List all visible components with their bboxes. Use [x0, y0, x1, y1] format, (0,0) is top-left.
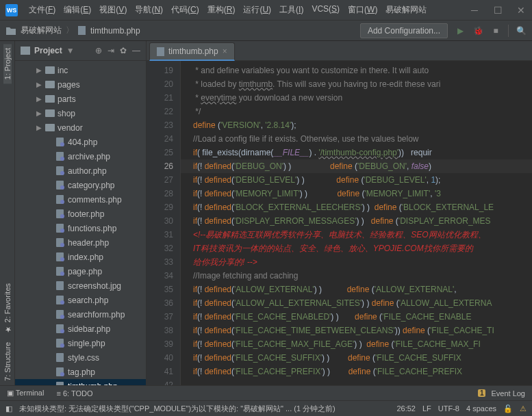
folder-icon	[21, 47, 30, 55]
menu-窗口(W)[interactable]: 窗口(W)	[344, 4, 381, 16]
file-icon	[56, 310, 64, 319]
hide-icon[interactable]: —	[132, 46, 140, 55]
tree-item-category.php[interactable]: category.php	[15, 178, 146, 192]
target-icon[interactable]: ⊕	[95, 46, 102, 55]
file-icon	[157, 47, 164, 56]
file-encoding[interactable]: UTF-8	[438, 404, 459, 413]
file-icon	[56, 296, 64, 304]
menu-导航(N)[interactable]: 导航(N)	[131, 4, 167, 16]
status-icon[interactable]: ◧	[5, 404, 12, 413]
breadcrumb-root[interactable]: 易破解网站	[21, 25, 62, 36]
file-icon	[56, 324, 64, 333]
lock-icon[interactable]: 🔓	[503, 404, 513, 413]
tree-item-sidebar.php[interactable]: sidebar.php	[15, 322, 146, 336]
inspector-icon[interactable]: ⚠	[520, 404, 527, 413]
tool-window-project[interactable]: 1: Project	[3, 44, 12, 83]
cursor-position[interactable]: 26:52	[396, 404, 416, 413]
file-icon	[56, 181, 64, 190]
tree-item-comments.php[interactable]: comments.php	[15, 192, 146, 207]
tree-item-search.php[interactable]: search.php	[15, 293, 146, 307]
gear-icon[interactable]: ✿	[120, 46, 127, 55]
tree-item-tag.php[interactable]: tag.php	[15, 365, 146, 379]
bottom-tool-strip: ▣ Terminal ≡ 6: TODO 1 Event Log	[0, 385, 532, 400]
close-tab-icon[interactable]: ×	[223, 47, 227, 56]
tool-window-structure[interactable]: 7: Structure	[3, 338, 12, 385]
file-icon	[56, 152, 64, 161]
run-icon[interactable]: ▶	[455, 25, 466, 36]
tab-label: timthumb.php	[168, 47, 218, 56]
menu-编辑(E)[interactable]: 编辑(E)	[60, 4, 95, 16]
left-tool-strip: 1: Project ★2: Favorites 7: Structure	[0, 41, 15, 385]
tree-item-single.php[interactable]: single.php	[15, 336, 146, 350]
add-configuration-button[interactable]: Add Configuration...	[360, 23, 448, 38]
terminal-button[interactable]: ▣ Terminal	[7, 389, 44, 398]
menu-VCS(S)[interactable]: VCS(S)	[307, 4, 344, 16]
line-gutter[interactable]: 1920212223242526272829303132333435363738…	[147, 61, 181, 385]
tree-item-footer.php[interactable]: footer.php	[15, 207, 146, 221]
tree-item-screenshot.jpg[interactable]: screenshot.jpg	[15, 278, 146, 293]
breadcrumb[interactable]: 易破解网站 〉 timthumb.php	[21, 25, 140, 36]
folder-icon	[45, 66, 55, 74]
menu-bar: WS 文件(F)编辑(E)视图(V)导航(N)代码(C)重构(R)运行(U)工具…	[0, 0, 532, 21]
app-logo: WS	[5, 4, 18, 16]
menu-视图(V)[interactable]: 视图(V)	[95, 4, 131, 16]
todo-button[interactable]: ≡ 6: TODO	[56, 389, 92, 398]
editor: timthumb.php × 1920212223242526272829303…	[147, 41, 532, 385]
minimize-icon[interactable]: ─	[469, 5, 480, 16]
menu-运行(U)[interactable]: 运行(U)	[239, 4, 275, 16]
warning-badge: 1	[478, 389, 486, 397]
folder-icon	[5, 26, 16, 36]
tree-item-inc[interactable]: ▶inc	[15, 63, 146, 77]
code-content[interactable]: * and define variables you want to custo…	[181, 61, 532, 385]
file-icon	[56, 367, 64, 376]
svg-rect-1	[21, 47, 30, 55]
tool-window-favorites[interactable]: ★2: Favorites	[3, 279, 12, 338]
tree-item-timthumb.php[interactable]: timthumb.php	[15, 379, 146, 385]
navigation-bar: 易破解网站 〉 timthumb.php Add Configuration..…	[0, 21, 532, 41]
line-separator[interactable]: LF	[422, 404, 431, 413]
tree-item-page.php[interactable]: page.php	[15, 264, 146, 278]
status-message: 未知模块类型: 无法确定模块类型("CPP_MODULE")为以下模块的: "易…	[19, 404, 390, 414]
file-icon	[78, 26, 86, 35]
event-log-button[interactable]: Event Log	[491, 389, 525, 398]
tree-item-header.php[interactable]: header.php	[15, 235, 146, 250]
indent-setting[interactable]: 4 spaces	[466, 404, 496, 413]
folder-icon	[45, 95, 55, 103]
folder-icon	[45, 109, 55, 117]
status-bar: ◧ 未知模块类型: 无法确定模块类型("CPP_MODULE")为以下模块的: …	[0, 400, 532, 416]
menu-工具(I)[interactable]: 工具(I)	[275, 4, 307, 16]
file-icon	[56, 138, 64, 146]
file-icon	[56, 382, 64, 385]
tree-item-shop[interactable]: ▶shop	[15, 106, 146, 120]
collapse-icon[interactable]: ⇥	[107, 46, 114, 55]
stop-icon[interactable]: ■	[490, 25, 501, 36]
close-icon[interactable]: ✕	[516, 5, 527, 16]
debug-icon[interactable]: 🐞	[472, 25, 483, 36]
tree-item-parts[interactable]: ▶parts	[15, 92, 146, 106]
maximize-icon[interactable]: ☐	[492, 5, 503, 16]
menu-文件(F)[interactable]: 文件(F)	[25, 4, 60, 16]
project-tree[interactable]: ▶inc▶pages▶parts▶shop▶vendor404.phparchi…	[15, 61, 146, 385]
file-icon	[56, 224, 64, 233]
tree-item-vendor[interactable]: ▶vendor	[15, 120, 146, 135]
tree-item-index.php[interactable]: index.php	[15, 250, 146, 264]
menu-代码(C)[interactable]: 代码(C)	[167, 4, 203, 16]
tree-item-author.php[interactable]: author.php	[15, 164, 146, 178]
tree-item-style.css[interactable]: style.css	[15, 350, 146, 365]
file-icon	[56, 166, 64, 175]
tree-item-pages[interactable]: ▶pages	[15, 77, 146, 92]
file-icon	[56, 195, 64, 204]
menu-重构(R)[interactable]: 重构(R)	[203, 4, 240, 16]
tab-timthumb[interactable]: timthumb.php ×	[149, 42, 235, 61]
tree-item-404.php[interactable]: 404.php	[15, 135, 146, 149]
breadcrumb-file[interactable]: timthumb.php	[90, 26, 140, 36]
editor-tabs: timthumb.php ×	[147, 41, 532, 61]
svg-rect-2	[157, 47, 164, 56]
svg-rect-0	[78, 26, 86, 35]
tree-item-searchform.php[interactable]: searchform.php	[15, 307, 146, 322]
tree-item-archive.php[interactable]: archive.php	[15, 149, 146, 164]
menu-易破解网站[interactable]: 易破解网站	[381, 4, 431, 16]
search-icon[interactable]: 🔍	[516, 25, 527, 36]
tree-item-functions.php[interactable]: functions.php	[15, 221, 146, 235]
file-icon	[56, 267, 64, 276]
